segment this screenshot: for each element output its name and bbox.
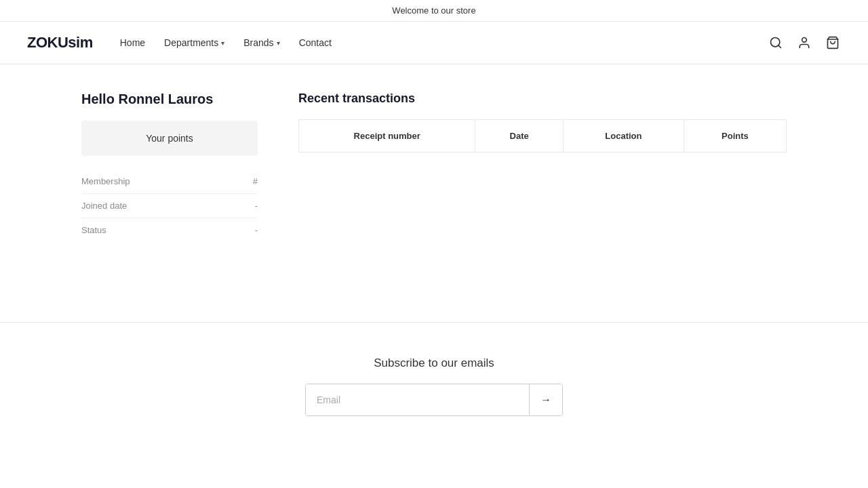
- footer-subscribe: Subscribe to our emails →: [0, 322, 868, 450]
- status-label: Status: [81, 225, 106, 235]
- banner-text: Welcome to our store: [392, 5, 475, 16]
- status-row: Status -: [81, 218, 258, 242]
- chevron-down-icon: ▾: [277, 39, 280, 47]
- status-value: -: [255, 225, 258, 235]
- transactions-table: Receipt number Date Location Points: [298, 119, 787, 152]
- subscribe-title: Subscribe to our emails: [27, 357, 841, 370]
- membership-label: Membership: [81, 176, 130, 186]
- navigation: Home Departments ▾ Brands ▾ Contact: [120, 37, 332, 48]
- search-button[interactable]: [768, 35, 784, 51]
- nav-item-home[interactable]: Home: [120, 37, 145, 48]
- svg-line-1: [778, 45, 781, 48]
- nav-item-contact[interactable]: Contact: [299, 37, 332, 48]
- points-card-label: Your points: [146, 133, 193, 144]
- membership-value: #: [253, 176, 258, 186]
- account-icon: [797, 36, 811, 49]
- transactions-title: Recent transactions: [298, 92, 787, 106]
- nav-item-brands[interactable]: Brands ▾: [243, 37, 279, 48]
- header-icons: [768, 35, 841, 51]
- greeting: Hello Ronnel Lauros: [81, 92, 258, 107]
- header-left: ZOKUsim Home Departments ▾ Brands ▾ Cont…: [27, 34, 332, 52]
- main-content: Hello Ronnel Lauros Your points Membersh…: [0, 64, 868, 322]
- account-button[interactable]: [796, 35, 812, 51]
- logo[interactable]: ZOKUsim: [27, 34, 93, 52]
- table-header-row: Receipt number Date Location Points: [299, 120, 787, 152]
- col-date: Date: [475, 120, 563, 152]
- nav-item-departments[interactable]: Departments ▾: [164, 37, 224, 48]
- top-banner: Welcome to our store: [0, 0, 868, 22]
- joined-date-value: -: [255, 201, 258, 211]
- email-submit-button[interactable]: →: [529, 384, 562, 415]
- svg-point-2: [802, 38, 807, 43]
- right-panel: Recent transactions Receipt number Date …: [298, 92, 787, 295]
- header: ZOKUsim Home Departments ▾ Brands ▾ Cont…: [0, 22, 868, 64]
- email-form: →: [305, 384, 563, 416]
- email-input[interactable]: [306, 384, 529, 415]
- membership-row: Membership #: [81, 169, 258, 194]
- chevron-down-icon: ▾: [221, 39, 224, 47]
- col-receipt-number: Receipt number: [299, 120, 475, 152]
- left-panel: Hello Ronnel Lauros Your points Membersh…: [81, 92, 258, 295]
- joined-date-row: Joined date -: [81, 194, 258, 218]
- col-location: Location: [563, 120, 684, 152]
- joined-date-label: Joined date: [81, 201, 127, 211]
- col-points: Points: [684, 120, 786, 152]
- cart-button[interactable]: [825, 35, 841, 51]
- arrow-right-icon: →: [540, 394, 551, 406]
- cart-icon: [826, 36, 840, 49]
- points-card: Your points: [81, 121, 258, 156]
- search-icon: [769, 36, 783, 49]
